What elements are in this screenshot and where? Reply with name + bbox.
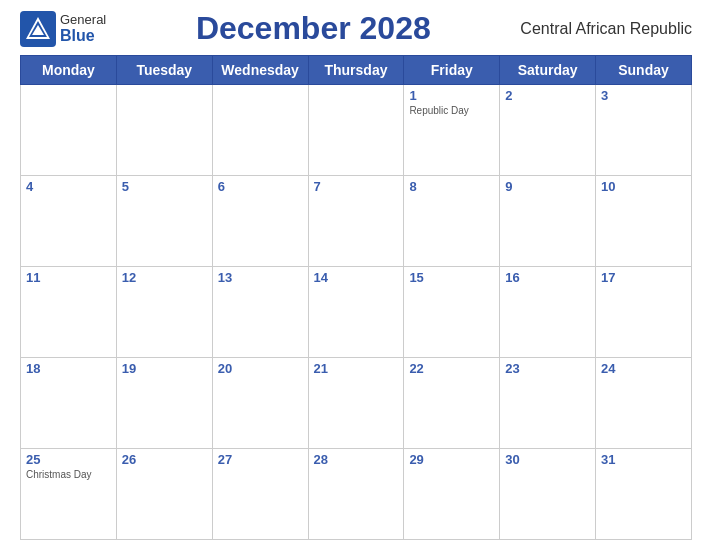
day-number: 31 — [601, 452, 686, 467]
day-number: 20 — [218, 361, 303, 376]
header-monday: Monday — [21, 56, 117, 85]
day-number: 18 — [26, 361, 111, 376]
day-number: 6 — [218, 179, 303, 194]
day-number: 3 — [601, 88, 686, 103]
calendar-cell: 27 — [212, 449, 308, 540]
header-saturday: Saturday — [500, 56, 596, 85]
calendar-cell: 9 — [500, 176, 596, 267]
calendar-cell: 26 — [116, 449, 212, 540]
header-thursday: Thursday — [308, 56, 404, 85]
calendar-week-row: 11121314151617 — [21, 267, 692, 358]
page-header: General Blue December 2028 Central Afric… — [20, 10, 692, 47]
day-number: 21 — [314, 361, 399, 376]
calendar-cell: 24 — [596, 358, 692, 449]
calendar-cell: 5 — [116, 176, 212, 267]
calendar-body: 1Republic Day234567891011121314151617181… — [21, 85, 692, 540]
day-number: 9 — [505, 179, 590, 194]
logo-text: General Blue — [60, 12, 106, 45]
calendar-cell: 15 — [404, 267, 500, 358]
holiday-name: Christmas Day — [26, 469, 111, 480]
day-number: 29 — [409, 452, 494, 467]
day-number: 16 — [505, 270, 590, 285]
day-number: 1 — [409, 88, 494, 103]
calendar-week-row: 18192021222324 — [21, 358, 692, 449]
header-tuesday: Tuesday — [116, 56, 212, 85]
calendar-cell: 3 — [596, 85, 692, 176]
calendar-cell: 19 — [116, 358, 212, 449]
calendar-cell: 16 — [500, 267, 596, 358]
calendar-cell: 31 — [596, 449, 692, 540]
calendar-cell: 4 — [21, 176, 117, 267]
logo-general-text: General — [60, 12, 106, 27]
day-number: 10 — [601, 179, 686, 194]
day-number: 11 — [26, 270, 111, 285]
calendar-week-row: 1Republic Day23 — [21, 85, 692, 176]
logo: General Blue — [20, 11, 106, 47]
day-number: 19 — [122, 361, 207, 376]
day-number: 5 — [122, 179, 207, 194]
day-number: 22 — [409, 361, 494, 376]
calendar-cell: 21 — [308, 358, 404, 449]
month-title: December 2028 — [106, 10, 520, 47]
logo-icon — [20, 11, 56, 47]
calendar-cell: 8 — [404, 176, 500, 267]
weekday-header-row: Monday Tuesday Wednesday Thursday Friday… — [21, 56, 692, 85]
calendar-cell: 12 — [116, 267, 212, 358]
calendar-cell: 30 — [500, 449, 596, 540]
calendar-cell: 13 — [212, 267, 308, 358]
day-number: 2 — [505, 88, 590, 103]
calendar-cell: 25Christmas Day — [21, 449, 117, 540]
header-friday: Friday — [404, 56, 500, 85]
calendar-cell: 11 — [21, 267, 117, 358]
logo-blue-text: Blue — [60, 27, 95, 45]
day-number: 8 — [409, 179, 494, 194]
day-number: 24 — [601, 361, 686, 376]
calendar-cell: 17 — [596, 267, 692, 358]
calendar-cell — [21, 85, 117, 176]
day-number: 26 — [122, 452, 207, 467]
calendar-table: Monday Tuesday Wednesday Thursday Friday… — [20, 55, 692, 540]
calendar-cell: 18 — [21, 358, 117, 449]
calendar-cell: 2 — [500, 85, 596, 176]
header-sunday: Sunday — [596, 56, 692, 85]
day-number: 14 — [314, 270, 399, 285]
calendar-header: Monday Tuesday Wednesday Thursday Friday… — [21, 56, 692, 85]
day-number: 15 — [409, 270, 494, 285]
day-number: 23 — [505, 361, 590, 376]
day-number: 7 — [314, 179, 399, 194]
calendar-week-row: 25Christmas Day262728293031 — [21, 449, 692, 540]
calendar-cell: 7 — [308, 176, 404, 267]
calendar-cell: 14 — [308, 267, 404, 358]
calendar-cell: 20 — [212, 358, 308, 449]
calendar-cell: 22 — [404, 358, 500, 449]
holiday-name: Republic Day — [409, 105, 494, 116]
calendar-cell: 23 — [500, 358, 596, 449]
calendar-cell: 10 — [596, 176, 692, 267]
day-number: 28 — [314, 452, 399, 467]
calendar-cell: 6 — [212, 176, 308, 267]
calendar-cell: 28 — [308, 449, 404, 540]
day-number: 27 — [218, 452, 303, 467]
calendar-cell — [212, 85, 308, 176]
calendar-cell: 1Republic Day — [404, 85, 500, 176]
day-number: 17 — [601, 270, 686, 285]
calendar-cell: 29 — [404, 449, 500, 540]
calendar-week-row: 45678910 — [21, 176, 692, 267]
header-wednesday: Wednesday — [212, 56, 308, 85]
calendar-cell — [308, 85, 404, 176]
country-name: Central African Republic — [520, 20, 692, 38]
day-number: 4 — [26, 179, 111, 194]
day-number: 12 — [122, 270, 207, 285]
day-number: 13 — [218, 270, 303, 285]
calendar-cell — [116, 85, 212, 176]
day-number: 25 — [26, 452, 111, 467]
day-number: 30 — [505, 452, 590, 467]
